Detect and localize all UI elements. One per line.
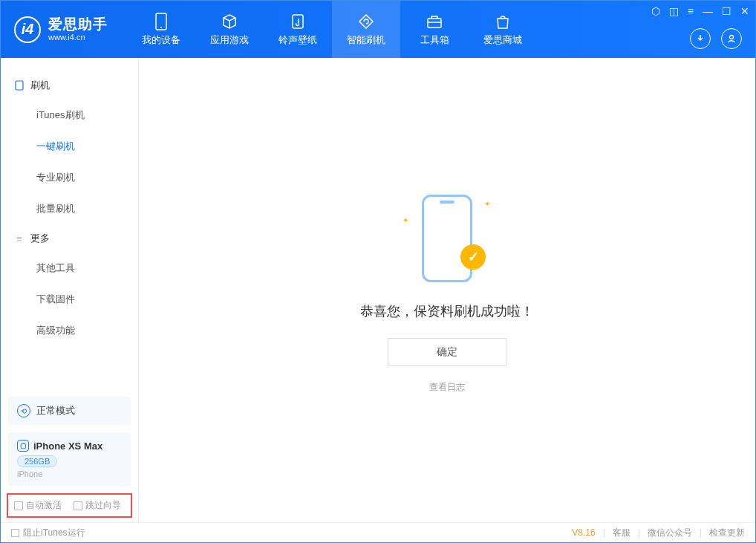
sparkle-icon: ✦ — [403, 216, 408, 224]
sidebar-item-advanced[interactable]: 高级功能 — [1, 315, 138, 346]
sidebar-item-batch[interactable]: 批量刷机 — [1, 193, 138, 224]
close-icon[interactable]: ✕ — [740, 5, 749, 17]
tab-tools[interactable]: 工具箱 — [400, 1, 469, 58]
check-badge-icon: ✓ — [460, 244, 486, 270]
checkbox-auto-label: 自动激活 — [26, 499, 62, 512]
sidebar-section-more-label: 更多 — [30, 232, 50, 245]
window-controls: ⬡ ◫ ≡ — ☐ ✕ — [651, 5, 749, 17]
download-icon[interactable] — [690, 28, 711, 49]
list-icon: ≡ — [14, 233, 25, 244]
app-subtitle: www.i4.cn — [48, 33, 108, 42]
svg-point-4 — [730, 36, 734, 39]
sidebar-item-other[interactable]: 其他工具 — [1, 253, 138, 284]
sidebar-item-firmware[interactable]: 下载固件 — [1, 284, 138, 315]
sidebar-item-pro[interactable]: 专业刷机 — [1, 162, 138, 193]
mode-card[interactable]: ⟲ 正常模式 — [8, 397, 131, 425]
success-illustration: ✦ ✦ ✓ — [403, 186, 492, 290]
app-title: 爱思助手 — [48, 17, 108, 33]
maximize-icon[interactable]: ☐ — [722, 5, 731, 17]
sidebar: 刷机 iTunes刷机 一键刷机 专业刷机 批量刷机 ≡ 更多 其他工具 下载固… — [1, 58, 139, 522]
header-icons — [690, 28, 742, 49]
tab-store[interactable]: 爱思商城 — [469, 1, 537, 58]
ok-button[interactable]: 确定 — [388, 338, 506, 366]
footer-link-wechat[interactable]: 微信公众号 — [648, 527, 692, 539]
mode-label: 正常模式 — [36, 404, 75, 417]
mode-icon: ⟲ — [17, 404, 30, 417]
nav-tabs: 我的设备 应用游戏 铃声壁纸 智能刷机 工具箱 爱思商城 — [127, 1, 537, 58]
tab-device[interactable]: 我的设备 — [127, 1, 195, 58]
sidebar-item-itunes[interactable]: iTunes刷机 — [1, 100, 138, 131]
sidebar-item-oneclick[interactable]: 一键刷机 — [1, 131, 138, 162]
footer: 阻止iTunes运行 V8.16 | 客服 | 微信公众号 | 检查更新 — [1, 522, 755, 542]
svg-point-1 — [160, 27, 162, 28]
main-content: ✦ ✦ ✓ 恭喜您，保资料刷机成功啦！ 确定 查看日志 — [139, 58, 755, 522]
device-icon: ▢ — [17, 440, 29, 452]
minimize-icon[interactable]: — — [703, 5, 713, 17]
success-message: 恭喜您，保资料刷机成功啦！ — [360, 302, 534, 320]
tab-tools-label: 工具箱 — [420, 33, 449, 47]
tab-ring-label: 铃声壁纸 — [278, 33, 317, 47]
tab-ring[interactable]: 铃声壁纸 — [264, 1, 332, 58]
phone-small-icon — [14, 80, 25, 91]
svg-rect-5 — [16, 81, 23, 90]
checkbox-skip-guide[interactable]: 跳过向导 — [74, 499, 121, 512]
checkbox-skip-label: 跳过向导 — [85, 499, 121, 512]
device-card[interactable]: ▢iPhone XS Max 256GB iPhone — [8, 432, 131, 486]
sidebar-section-more: ≡ 更多 — [1, 224, 138, 253]
menu-icon[interactable]: ≡ — [688, 5, 694, 17]
header: i4 爱思助手 www.i4.cn 我的设备 应用游戏 铃声壁纸 智能刷机 工具… — [1, 1, 755, 58]
device-name: iPhone XS Max — [33, 440, 102, 452]
version-label: V8.16 — [572, 527, 595, 538]
device-storage-badge: 256GB — [17, 455, 57, 467]
phone-outline-icon — [422, 195, 472, 282]
svg-rect-2 — [293, 15, 303, 28]
checkbox-block-itunes[interactable]: 阻止iTunes运行 — [11, 527, 85, 539]
tab-device-label: 我的设备 — [142, 33, 180, 47]
tab-flash[interactable]: 智能刷机 — [332, 1, 400, 58]
footer-link-service[interactable]: 客服 — [613, 527, 630, 539]
checkbox-auto-activate[interactable]: 自动激活 — [14, 499, 62, 512]
bag-icon — [494, 13, 512, 30]
tab-apps[interactable]: 应用游戏 — [195, 1, 264, 58]
tab-store-label: 爱思商城 — [483, 33, 522, 47]
refresh-icon — [357, 13, 375, 30]
sparkle-icon: ✦ — [484, 200, 490, 208]
sidebar-section-flash: 刷机 — [1, 71, 138, 100]
tab-flash-label: 智能刷机 — [347, 33, 385, 47]
view-log-link[interactable]: 查看日志 — [429, 381, 465, 394]
app-logo: i4 爱思助手 www.i4.cn — [1, 16, 121, 43]
checkbox-block-label: 阻止iTunes运行 — [23, 527, 85, 539]
phone-icon — [152, 13, 170, 30]
logo-icon: i4 — [14, 16, 41, 43]
shirt-icon[interactable]: ⬡ — [651, 5, 660, 17]
tab-apps-label: 应用游戏 — [210, 33, 249, 47]
svg-rect-3 — [428, 19, 441, 27]
toolbox-icon — [426, 13, 443, 30]
layout-icon[interactable]: ◫ — [669, 5, 679, 17]
device-type: iPhone — [17, 469, 122, 478]
user-icon[interactable] — [721, 28, 742, 49]
bottom-options: 自动激活 跳过向导 — [7, 493, 132, 518]
music-icon — [289, 13, 307, 30]
cube-icon — [221, 13, 238, 30]
footer-link-update[interactable]: 检查更新 — [709, 527, 745, 539]
sidebar-section-flash-label: 刷机 — [30, 79, 50, 92]
